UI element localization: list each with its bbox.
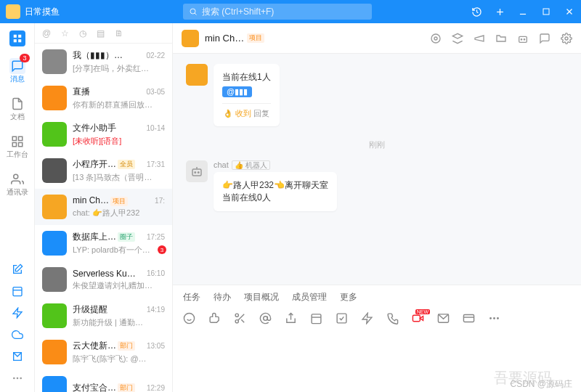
header-announce-icon[interactable] [474, 33, 485, 44]
composer-tab[interactable]: 项目概况 [244, 291, 279, 303]
conversation-time: 17: [155, 197, 165, 205]
minimize-icon[interactable] [517, 6, 529, 17]
conversation-avatar [42, 267, 67, 292]
tool-share-icon[interactable] [285, 312, 297, 324]
rail-calendar-icon[interactable] [11, 285, 24, 298]
tool-bolt-icon[interactable] [361, 312, 373, 324]
mention-pill[interactable]: @▮▮▮ [222, 86, 252, 97]
message-line: 当前在线1人 [222, 71, 271, 83]
conversation-name: 支付宝合…部门 [73, 382, 135, 393]
composer-tab[interactable]: 任务 [183, 291, 200, 303]
header-folder-icon[interactable] [495, 33, 507, 44]
composer-tab[interactable]: 待办 [214, 291, 231, 303]
list-toolbar: @ ☆ ◷ ▤ 🗎 [35, 23, 172, 44]
composer-textarea[interactable] [173, 330, 581, 392]
conversation-name: 云大使新…部门 [73, 340, 135, 352]
conversation-time: 02-22 [146, 52, 165, 60]
conversation-time: 12:29 [147, 384, 165, 392]
tool-calendar-icon[interactable] [310, 312, 322, 324]
header-chat-icon[interactable] [539, 33, 550, 44]
chat-avatar[interactable] [182, 30, 199, 47]
tool-like-icon[interactable] [208, 312, 221, 324]
action-reply[interactable]: 回复 [253, 108, 269, 119]
conversation-name: Serverless Ku… [73, 269, 136, 279]
tool-at-icon[interactable] [259, 312, 272, 324]
svg-rect-14 [12, 136, 16, 140]
search-icon [189, 7, 198, 16]
conversation-item[interactable]: min Ch…项目17: chat: 👉路人甲232 [35, 189, 172, 225]
conversation-name: 我（▮▮▮）… [73, 49, 123, 62]
rail-cloud-icon[interactable] [11, 328, 24, 341]
svg-rect-52 [463, 315, 474, 322]
composer-tab[interactable]: 成员管理 [292, 291, 327, 303]
chat-panel: min Ch… 项目 当前在线1人 @▮▮▮ [173, 23, 581, 392]
tool-cut-icon[interactable] [234, 312, 246, 324]
svg-rect-12 [13, 39, 16, 42]
filter-doc-icon[interactable]: 🗎 [115, 28, 123, 38]
rail-bolt-icon[interactable] [11, 306, 24, 319]
conversation-time: 16:10 [147, 269, 165, 277]
svg-line-1 [195, 13, 197, 15]
rail-send-icon[interactable] [11, 350, 24, 363]
svg-rect-11 [18, 35, 21, 38]
tool-task-icon[interactable] [336, 312, 348, 324]
maximize-icon[interactable] [540, 6, 552, 17]
conversation-avatar [42, 231, 67, 256]
conversation-item[interactable]: 文件小助手10-14 [未收听][语音] [35, 116, 172, 152]
history-icon[interactable] [471, 6, 482, 17]
nav-contacts[interactable]: 通讯录 [5, 168, 30, 200]
conversation-item[interactable]: 支付宝合…部门12:29 [35, 370, 172, 392]
tool-emoji-icon[interactable] [183, 312, 195, 324]
tool-more-icon[interactable] [488, 312, 500, 324]
conversation-item[interactable]: 直播03-05 你有新的群直播回放… [35, 80, 172, 116]
nav-apps[interactable] [5, 28, 30, 49]
header-target-icon[interactable] [430, 33, 442, 44]
conversation-avatar [42, 340, 67, 364]
conversation-item[interactable]: 我（▮▮▮）…02-22 [分享]在吗，外卖红… [35, 44, 172, 80]
svg-point-43 [264, 317, 268, 321]
nav-docs[interactable]: 文档 [5, 93, 30, 125]
plus-icon[interactable] [494, 6, 505, 17]
tool-call-icon[interactable] [386, 312, 399, 324]
tool-mail-icon[interactable] [437, 312, 450, 324]
header-settings-icon[interactable] [561, 33, 572, 44]
message-line: 当前在线0人 [222, 192, 328, 204]
conversation-item[interactable]: 云大使新…部门13:05 陈宇飞(陈宇飞): @… [35, 334, 172, 370]
conversation-item[interactable]: Serverless Ku…16:10 朱俊望邀请刘礼赠加… [35, 261, 172, 298]
filter-at-icon[interactable]: @ [42, 28, 51, 38]
message-avatar[interactable] [186, 64, 208, 86]
composer-tab[interactable]: 更多 [340, 291, 357, 303]
svg-point-56 [497, 317, 499, 319]
conversation-time: 03-05 [146, 88, 165, 96]
tool-card-icon[interactable] [463, 312, 475, 324]
svg-rect-10 [13, 35, 16, 38]
header-layers-icon[interactable] [452, 33, 463, 44]
conversation-item[interactable]: 小程序开…全员17:31 [13 条]马致杰（晋明… [35, 152, 172, 189]
action-received[interactable]: 👌 收到 [223, 108, 251, 119]
nav-messages[interactable]: 3消息 [5, 55, 30, 87]
conversation-time: 17:25 [147, 233, 165, 241]
conversation-preview: [分享]在吗，外卖红… [73, 63, 165, 74]
conversation-item[interactable]: 升级提醒14:19 新功能升级 | 通勤… [35, 298, 172, 334]
rail-more-icon[interactable] [11, 372, 24, 385]
filter-star-icon[interactable]: ☆ [61, 28, 69, 38]
filter-calendar-icon[interactable]: ▤ [97, 28, 105, 38]
header-robot-icon[interactable] [517, 33, 529, 44]
user-avatar[interactable] [6, 4, 20, 19]
nav-workspace[interactable]: 工作台 [5, 131, 30, 163]
conversation-preview: [未收听][语音] [73, 136, 165, 147]
svg-point-34 [198, 172, 200, 173]
conversation-avatar [42, 376, 67, 392]
tool-video-icon[interactable]: NEW [412, 312, 424, 324]
close-icon[interactable] [564, 6, 575, 17]
contacts-icon [11, 173, 24, 186]
search-input[interactable]: 搜索 (Ctrl+Shift+F) [183, 4, 372, 20]
chat-title: min Ch… [205, 33, 244, 44]
message-meta: chat👍 机器人 [214, 160, 337, 171]
conversation-item[interactable]: 数据库上…圈子17:25 LYP: polardb有一个… 3 [35, 225, 172, 261]
chat-tag: 项目 [247, 33, 264, 43]
conversation-avatar [42, 195, 67, 219]
bot-avatar[interactable] [186, 160, 208, 182]
rail-compose-icon[interactable] [11, 263, 24, 276]
filter-clock-icon[interactable]: ◷ [79, 28, 86, 38]
